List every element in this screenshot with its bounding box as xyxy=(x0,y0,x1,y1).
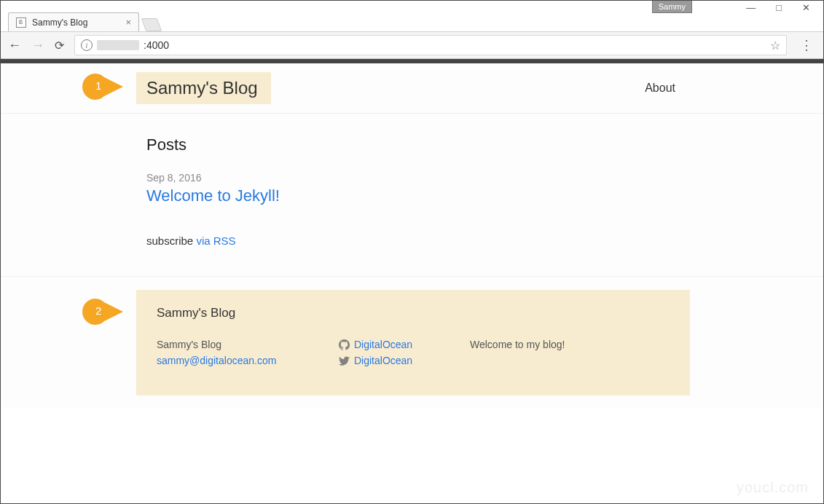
close-button[interactable]: ✕ xyxy=(802,2,810,13)
back-button[interactable]: ← xyxy=(8,38,21,53)
forward-button[interactable]: → xyxy=(31,38,44,53)
footer-columns: Sammy's Blog sammy@digitalocean.com Digi… xyxy=(157,336,670,369)
site-footer: 2 Sammy's Blog Sammy's Blog sammy@digita… xyxy=(1,276,823,409)
footer-description: Welcome to my blog! xyxy=(470,339,565,350)
site-info-icon[interactable]: i xyxy=(81,39,93,51)
subscribe-label: subscribe xyxy=(146,235,196,247)
post-date: Sep 8, 2016 xyxy=(146,172,700,184)
github-row: DigitalOcean xyxy=(339,336,470,353)
post-title-link[interactable]: Welcome to Jekyll! xyxy=(146,186,280,205)
twitter-link[interactable]: DigitalOcean xyxy=(354,353,412,369)
page-icon: 🗎 xyxy=(16,17,26,28)
footer-col-contact: Sammy's Blog sammy@digitalocean.com xyxy=(157,336,339,369)
callout-number: 1 xyxy=(95,79,101,92)
twitter-icon xyxy=(339,355,350,366)
twitter-row: DigitalOcean xyxy=(339,353,470,369)
user-badge: Sammy xyxy=(652,0,692,13)
footer-col-desc: Welcome to my blog! xyxy=(470,336,670,369)
rss-link[interactable]: via RSS xyxy=(196,235,235,247)
window-titlebar: Sammy — □ ✕ xyxy=(1,1,823,9)
footer-email-link[interactable]: sammy@digitalocean.com xyxy=(157,355,276,366)
github-link[interactable]: DigitalOcean xyxy=(354,336,412,353)
browser-menu-button[interactable]: ⋮ xyxy=(797,37,816,53)
tab-title: Sammy's Blog xyxy=(32,17,87,28)
window-controls: — □ ✕ xyxy=(746,2,810,13)
url-port: :4000 xyxy=(144,39,169,51)
footer-heading: Sammy's Blog xyxy=(157,306,670,320)
posts-heading: Posts xyxy=(146,135,700,154)
minimize-button[interactable]: — xyxy=(746,2,756,13)
maximize-button[interactable]: □ xyxy=(776,2,782,13)
callout-marker-1: 1 xyxy=(82,74,123,100)
nav-about-link[interactable]: About xyxy=(645,82,675,95)
reload-button[interactable]: ⟳ xyxy=(55,39,64,52)
site-header: 1 Sammy's Blog About xyxy=(1,63,823,114)
subscribe-text: subscribe via RSS xyxy=(146,235,700,247)
tab-close-icon[interactable]: × xyxy=(125,17,131,28)
footer-blog-name: Sammy's Blog xyxy=(157,336,339,353)
post-item: Sep 8, 2016 Welcome to Jekyll! xyxy=(146,172,700,205)
browser-toolbar: ← → ⟳ i :4000 ☆ ⋮ xyxy=(1,31,823,59)
bookmark-star-icon[interactable]: ☆ xyxy=(770,39,780,52)
callout-number: 2 xyxy=(95,304,101,317)
address-bar[interactable]: i :4000 ☆ xyxy=(74,35,787,55)
page-content: 1 Sammy's Blog About Posts Sep 8, 2016 W… xyxy=(1,63,823,409)
footer-col-social: DigitalOcean DigitalOcean xyxy=(339,336,470,369)
callout-marker-2: 2 xyxy=(82,299,123,325)
url-host-blurred xyxy=(97,40,139,50)
main-content: Posts Sep 8, 2016 Welcome to Jekyll! sub… xyxy=(1,114,823,276)
site-title[interactable]: Sammy's Blog xyxy=(136,72,271,104)
tab-strip: 🗎 Sammy's Blog × xyxy=(1,9,823,31)
watermark: youcl.com xyxy=(737,479,809,496)
new-tab-button[interactable] xyxy=(141,18,162,31)
browser-tab[interactable]: 🗎 Sammy's Blog × xyxy=(8,12,139,31)
github-icon xyxy=(339,339,350,350)
